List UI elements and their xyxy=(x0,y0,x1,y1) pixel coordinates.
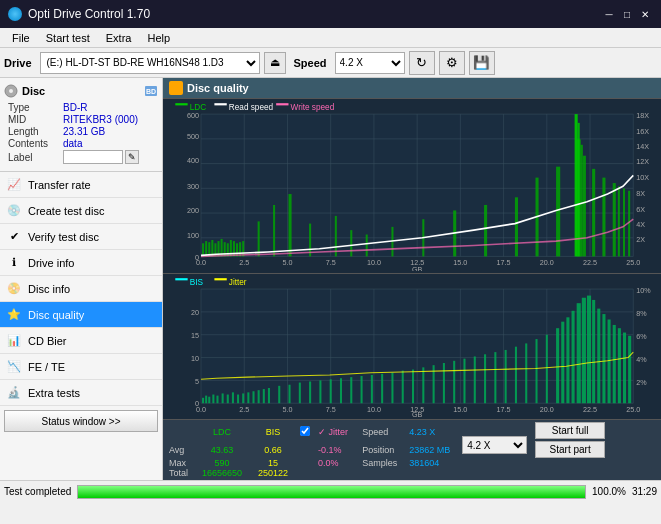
ldc-chart-container: LDC Read speed Write speed xyxy=(163,99,661,274)
sidebar-item-disc-info[interactable]: 📀Disc info xyxy=(0,276,162,302)
avg-label: Avg xyxy=(169,442,194,458)
minimize-button[interactable]: ─ xyxy=(601,6,617,22)
disc-contents-row: Contents data xyxy=(8,138,154,149)
svg-text:BIS: BIS xyxy=(190,276,204,286)
jitter-col-header: ✓ Jitter xyxy=(314,422,352,442)
menu-help[interactable]: Help xyxy=(139,30,178,46)
menu-extra[interactable]: Extra xyxy=(98,30,140,46)
svg-rect-88 xyxy=(592,169,595,257)
svg-rect-172 xyxy=(453,360,455,402)
svg-text:2.5: 2.5 xyxy=(239,258,249,267)
svg-rect-92 xyxy=(623,189,625,257)
refresh-button[interactable]: ↻ xyxy=(409,51,435,75)
svg-text:22.5: 22.5 xyxy=(583,404,597,413)
cd-bier-icon: 📊 xyxy=(6,333,22,349)
disc-label-edit-button[interactable]: ✎ xyxy=(125,150,139,164)
svg-text:4X: 4X xyxy=(636,220,645,229)
svg-text:14X: 14X xyxy=(636,142,649,151)
sidebar-item-fe-te[interactable]: 📉FE / TE xyxy=(0,354,162,380)
svg-rect-156 xyxy=(289,384,291,402)
samples-value: 381604 xyxy=(401,458,458,468)
avg-bis: 0.66 xyxy=(250,442,296,458)
svg-rect-187 xyxy=(582,297,586,402)
jitter-checkbox[interactable] xyxy=(300,426,310,436)
svg-rect-84 xyxy=(556,167,560,257)
sidebar-item-extra-tests[interactable]: 🔬Extra tests xyxy=(0,380,162,406)
svg-rect-96 xyxy=(175,278,187,280)
sidebar-item-create-test-disc[interactable]: 💿Create test disc xyxy=(0,198,162,224)
titlebar: Opti Drive Control 1.70 ─ □ ✕ xyxy=(0,0,661,28)
svg-text:18X: 18X xyxy=(636,111,649,120)
svg-rect-196 xyxy=(628,335,631,402)
progress-time: 31:29 xyxy=(632,486,657,497)
bis-chart-svg: BIS Jitter xyxy=(165,276,659,417)
svg-rect-140 xyxy=(202,397,204,402)
svg-text:8%: 8% xyxy=(636,309,647,318)
sidebar-item-cd-bier[interactable]: 📊CD Bier xyxy=(0,328,162,354)
sidebar-item-drive-info[interactable]: ℹDrive info xyxy=(0,250,162,276)
drive-select[interactable]: (E:) HL-DT-ST BD-RE WH16NS48 1.D3 xyxy=(40,52,260,74)
sidebar-item-disc-quality[interactable]: ⭐Disc quality xyxy=(0,302,162,328)
svg-rect-82 xyxy=(515,197,518,256)
sidebar-item-transfer-rate[interactable]: 📈Transfer rate xyxy=(0,172,162,198)
svg-text:20.0: 20.0 xyxy=(540,404,554,413)
svg-rect-163 xyxy=(361,376,363,403)
svg-rect-169 xyxy=(422,367,424,403)
speed-value: 4.23 X xyxy=(401,422,458,442)
eject-button[interactable]: ⏏ xyxy=(264,52,286,74)
speed-select-toolbar[interactable]: 4.2 X xyxy=(335,52,405,74)
disc-quality-header: Disc quality xyxy=(163,78,661,99)
svg-text:22.5: 22.5 xyxy=(583,258,597,267)
maximize-button[interactable]: □ xyxy=(619,6,635,22)
svg-text:BD: BD xyxy=(146,88,156,95)
menu-start-test[interactable]: Start test xyxy=(38,30,98,46)
svg-rect-179 xyxy=(525,343,527,403)
disc-quality-icon xyxy=(169,81,183,95)
sidebar-item-label-verify-test-disc: Verify test disc xyxy=(28,231,99,243)
svg-text:25.0: 25.0 xyxy=(626,404,640,413)
status-window-button[interactable]: Status window >> xyxy=(4,410,158,432)
settings-button[interactable]: ⚙ xyxy=(439,51,465,75)
svg-text:10%: 10% xyxy=(636,286,651,295)
toolbar: Drive (E:) HL-DT-ST BD-RE WH16NS48 1.D3 … xyxy=(0,48,661,78)
disc-quality-icon: ⭐ xyxy=(6,307,22,323)
start-part-button[interactable]: Start part xyxy=(535,441,605,458)
svg-text:15.0: 15.0 xyxy=(453,258,467,267)
ldc-chart-svg: LDC Read speed Write speed xyxy=(165,101,659,271)
speed-header: Speed xyxy=(352,422,401,442)
disc-section: Disc BD Type BD-R MID RITEKBR3 (000) Len… xyxy=(0,78,162,172)
svg-rect-191 xyxy=(602,314,605,403)
svg-text:4%: 4% xyxy=(636,354,647,363)
max-jitter: 0.0% xyxy=(314,458,352,468)
svg-rect-77 xyxy=(366,235,368,257)
svg-rect-193 xyxy=(613,325,616,403)
disc-label-input[interactable] xyxy=(63,150,123,164)
menu-file[interactable]: File xyxy=(4,30,38,46)
app-icon xyxy=(8,7,22,21)
disc-contents-label: Contents xyxy=(8,138,63,149)
svg-rect-180 xyxy=(536,339,538,403)
svg-text:5.0: 5.0 xyxy=(282,258,292,267)
svg-text:100: 100 xyxy=(187,231,199,240)
save-button[interactable]: 💾 xyxy=(469,51,495,75)
svg-rect-177 xyxy=(505,350,507,403)
disc-contents-value: data xyxy=(63,138,82,149)
speed-select-stats[interactable]: 4.2 X2.0 XMax xyxy=(462,436,527,454)
svg-rect-185 xyxy=(572,310,575,402)
start-full-button[interactable]: Start full xyxy=(535,422,605,439)
disc-quality-title: Disc quality xyxy=(187,82,249,94)
ldc-col-header: LDC xyxy=(194,422,250,442)
svg-rect-151 xyxy=(252,391,254,403)
titlebar-left: Opti Drive Control 1.70 xyxy=(8,7,150,21)
svg-rect-171 xyxy=(443,363,445,403)
close-button[interactable]: ✕ xyxy=(637,6,653,22)
svg-text:300: 300 xyxy=(187,181,199,190)
svg-rect-168 xyxy=(412,369,414,403)
svg-rect-143 xyxy=(212,394,214,403)
max-bis: 15 xyxy=(250,458,296,468)
fe-te-icon: 📉 xyxy=(6,359,22,375)
avg-ldc: 43.63 xyxy=(194,442,250,458)
svg-rect-152 xyxy=(258,390,260,403)
sidebar-item-verify-test-disc[interactable]: ✔Verify test disc xyxy=(0,224,162,250)
svg-rect-6 xyxy=(214,103,226,105)
